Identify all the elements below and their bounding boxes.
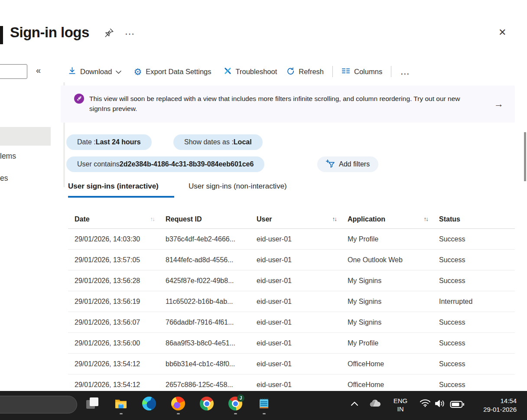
taskbar-search-input[interactable] bbox=[0, 396, 77, 413]
filter-pill-user-contains[interactable]: User contains 2d2e384b-4186-4c31-8b39-08… bbox=[66, 156, 264, 172]
toolbar-separator bbox=[391, 66, 391, 77]
battery-icon[interactable] bbox=[450, 400, 465, 410]
file-explorer-icon[interactable] bbox=[114, 397, 128, 410]
column-header-user[interactable]: User ↑↓ bbox=[257, 215, 348, 223]
add-filters-button[interactable]: Add filters bbox=[317, 156, 378, 172]
table-row[interactable]: 29/01/2026, 13:54:12 bb6b31e4-cb1c-48f0.… bbox=[68, 354, 515, 374]
tab-user-signins-interactive[interactable]: User sign-ins (interactive) bbox=[68, 182, 159, 191]
chrome-profile-icon[interactable]: J bbox=[228, 397, 242, 410]
columns-icon bbox=[342, 67, 350, 76]
profile-badge: J bbox=[237, 394, 244, 402]
chevron-down-icon bbox=[116, 68, 121, 76]
rocket-icon bbox=[74, 94, 84, 104]
notepad-icon[interactable] bbox=[257, 397, 271, 410]
active-tab-underline bbox=[68, 196, 174, 198]
volume-icon[interactable] bbox=[434, 399, 446, 410]
refresh-icon bbox=[286, 67, 295, 77]
table-header-row: Date ↑↓ Request ID User ↑↓ Application ↑… bbox=[68, 210, 515, 229]
signin-logs-table: Date ↑↓ Request ID User ↑↓ Application ↑… bbox=[68, 210, 515, 395]
page-scrollbar[interactable] bbox=[524, 132, 526, 181]
export-data-settings-button[interactable]: ⚙ Export Data Settings bbox=[133, 67, 211, 76]
pin-icon[interactable] bbox=[103, 27, 114, 39]
sort-icon[interactable]: ↑↓ bbox=[150, 216, 155, 222]
banner-message: This view will soon be replaced with a v… bbox=[89, 94, 482, 114]
running-indicator bbox=[263, 413, 266, 414]
toolbar-more-icon[interactable]: … bbox=[400, 66, 410, 77]
filter-pill-date[interactable]: Date : Last 24 hours bbox=[66, 134, 152, 150]
sidebar-item-truncated-2[interactable]: es bbox=[0, 174, 8, 183]
running-indicator bbox=[120, 413, 123, 414]
status-value: Success bbox=[439, 319, 515, 326]
columns-button[interactable]: Columns bbox=[342, 67, 382, 76]
table-row[interactable]: 29/01/2026, 13:56:28 6425f87e-f022-49b8.… bbox=[68, 270, 515, 291]
time: 14:54 bbox=[472, 397, 517, 405]
title-more-icon[interactable]: … bbox=[124, 25, 136, 37]
gear-icon: ⚙ bbox=[133, 67, 142, 76]
status-value: Success bbox=[439, 381, 515, 389]
close-icon[interactable]: ✕ bbox=[498, 27, 506, 38]
sidebar-selected-item[interactable] bbox=[0, 127, 51, 146]
status-value: Success bbox=[439, 360, 515, 368]
filter-pill-show-dates[interactable]: Show dates as : Local bbox=[173, 134, 263, 150]
column-header-application[interactable]: Application ↑↓ bbox=[348, 215, 439, 223]
page-title: Sign-in logs bbox=[10, 24, 89, 41]
sidebar-collapse-button[interactable]: « bbox=[36, 65, 41, 75]
sort-icon[interactable]: ↑↓ bbox=[332, 216, 337, 222]
date: 29-01-2026 bbox=[472, 405, 517, 414]
download-button[interactable]: Download bbox=[68, 67, 121, 77]
clock[interactable]: 14:54 29-01-2026 bbox=[472, 397, 517, 414]
running-indicator bbox=[234, 413, 237, 414]
column-header-date[interactable]: Date ↑↓ bbox=[68, 215, 166, 223]
download-icon bbox=[68, 67, 76, 77]
command-bar: Download ⚙ Export Data Settings Troubles… bbox=[68, 64, 410, 79]
status-value: Success bbox=[439, 235, 515, 243]
truncated-title-bar bbox=[0, 26, 3, 44]
troubleshoot-button[interactable]: Troubleshoot bbox=[224, 67, 277, 77]
onedrive-cloud-icon[interactable] bbox=[369, 399, 381, 410]
refresh-button[interactable]: Refresh bbox=[286, 67, 324, 77]
tray-chevron-up-icon[interactable] bbox=[350, 400, 359, 408]
table-row[interactable]: 29/01/2026, 13:56:19 11c65022-b16b-4ab..… bbox=[68, 291, 515, 312]
wifi-icon[interactable] bbox=[420, 399, 431, 409]
sidebar-item-truncated-1[interactable]: lems bbox=[0, 152, 16, 161]
status-value: Success bbox=[439, 339, 515, 347]
arrow-right-icon[interactable]: → bbox=[494, 98, 504, 110]
column-header-status[interactable]: Status bbox=[439, 215, 515, 223]
edge-icon[interactable] bbox=[142, 397, 156, 410]
table-row[interactable]: 29/01/2026, 13:56:07 766dadbf-7916-4f61.… bbox=[68, 312, 515, 333]
signin-logs-page: Sign-in logs … ✕ « lems es Download ⚙ Ex… bbox=[0, 0, 527, 420]
tab-user-signins-non-interactive[interactable]: User sign-ins (non-interactive) bbox=[189, 182, 287, 191]
running-indicator bbox=[177, 413, 180, 414]
preview-info-banner: This view will soon be replaced with a v… bbox=[61, 85, 515, 123]
sidebar-search-input[interactable] bbox=[0, 64, 27, 79]
table-row[interactable]: 29/01/2026, 13:56:00 86aa9f53-b8c0-4e51.… bbox=[68, 333, 515, 354]
language-indicator[interactable]: ENG IN bbox=[390, 397, 411, 413]
taskbar: J ENG IN bbox=[0, 391, 527, 420]
toolbar-separator bbox=[332, 66, 333, 77]
status-value: Success bbox=[439, 256, 515, 264]
add-filter-funnel-icon bbox=[326, 159, 335, 170]
table-row[interactable]: 29/01/2026, 13:57:05 8144fefc-ad8d-4556.… bbox=[68, 250, 515, 270]
firefox-icon[interactable] bbox=[171, 397, 185, 410]
task-view-icon[interactable] bbox=[85, 397, 99, 410]
status-value: Success bbox=[439, 277, 515, 285]
column-header-request-id[interactable]: Request ID bbox=[166, 215, 257, 223]
troubleshoot-icon bbox=[224, 67, 232, 77]
sort-icon[interactable]: ↑↓ bbox=[424, 216, 428, 222]
table-row[interactable]: 29/01/2026, 14:03:30 b376c4df-4eb2-4666.… bbox=[68, 229, 515, 250]
status-value: Interrupted bbox=[439, 298, 515, 306]
chrome-icon[interactable] bbox=[200, 397, 214, 410]
